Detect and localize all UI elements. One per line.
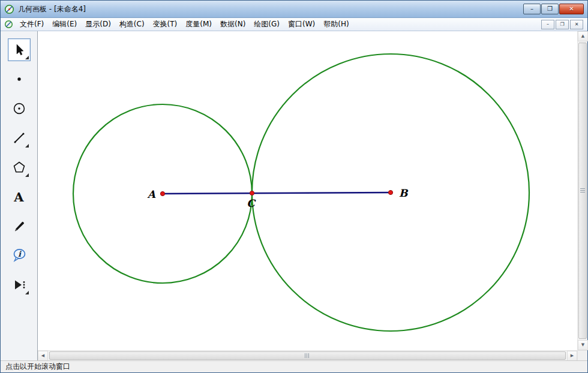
flyout-corner-icon [25, 291, 29, 294]
point-A[interactable] [160, 191, 164, 195]
child-restore-button[interactable]: ❐ [556, 20, 569, 29]
text-tool[interactable]: A [8, 185, 31, 208]
maximize-button[interactable]: ❐ [541, 4, 559, 14]
straightedge-tool[interactable] [8, 127, 31, 149]
scroll-right-button[interactable]: ▶ [567, 351, 577, 361]
scroll-grip-icon [305, 353, 310, 358]
menu-window[interactable]: 窗口(W) [284, 17, 319, 31]
custom-tool-icon [11, 278, 27, 292]
menu-edit[interactable]: 编辑(E) [48, 17, 81, 31]
marker-pen-icon [12, 219, 26, 233]
point-label-A[interactable]: A [147, 188, 156, 200]
geometry-svg: ABC [38, 31, 577, 350]
text-tool-icon: A [14, 191, 23, 203]
point-icon [12, 72, 26, 86]
point-tool[interactable] [8, 68, 31, 91]
child-close-button[interactable]: ✕ [570, 20, 583, 29]
minimize-button[interactable]: – [523, 4, 541, 14]
window-title: 几何画板 - [未命名4] [18, 4, 86, 14]
scroll-left-button[interactable]: ◀ [38, 351, 48, 361]
document-area: ABC ▲ ▼ ◀ ▶ [38, 31, 587, 360]
point-B[interactable] [388, 190, 392, 194]
segment-icon [12, 131, 26, 145]
circle-icon [12, 101, 26, 116]
point-C[interactable] [250, 191, 254, 195]
title-bar[interactable]: 几何画板 - [未命名4] – ❐ ✕ [1, 1, 587, 18]
polygon-tool[interactable] [8, 156, 31, 179]
menu-data[interactable]: 数据(N) [216, 17, 250, 31]
information-bubble-icon: i [11, 248, 27, 263]
selection-arrow-icon [12, 43, 26, 57]
child-window-icon[interactable] [4, 20, 13, 29]
horizontal-scroll-track[interactable] [48, 351, 567, 360]
vertical-scroll-thumb[interactable] [578, 43, 587, 339]
tool-palette: A i [1, 31, 38, 360]
scroll-grip-icon [580, 188, 585, 194]
menu-graph[interactable]: 绘图(G) [250, 17, 284, 31]
menu-bar: 文件(F) 编辑(E) 显示(D) 构造(C) 变换(T) 度量(M) 数据(N… [1, 18, 587, 31]
selection-arrow-tool[interactable] [8, 38, 31, 61]
flyout-corner-icon [25, 56, 29, 59]
vertical-scrollbar[interactable]: ▲ ▼ [577, 31, 587, 350]
menu-help[interactable]: 帮助(H) [319, 17, 353, 31]
horizontal-scrollbar[interactable]: ◀ ▶ [38, 350, 577, 360]
scroll-up-button[interactable]: ▲ [578, 31, 588, 41]
point-label-B[interactable]: B [399, 187, 409, 199]
scroll-down-button[interactable]: ▼ [578, 340, 588, 350]
segment-AB[interactable] [163, 192, 391, 194]
status-text: 点击以开始滚动窗口 [5, 362, 70, 372]
close-button[interactable]: ✕ [559, 4, 584, 14]
horizontal-scroll-thumb[interactable] [49, 351, 566, 360]
app-icon [4, 4, 14, 14]
menu-display[interactable]: 显示(D) [81, 17, 115, 31]
menu-file[interactable]: 文件(F) [16, 17, 48, 31]
status-bar: 点击以开始滚动窗口 [1, 360, 587, 372]
content-area: A i [1, 31, 587, 360]
app-window: 几何画板 - [未命名4] – ❐ ✕ 文件(F) 编辑(E) 显示(D) 构造… [0, 0, 588, 373]
menu-measure[interactable]: 度量(M) [181, 17, 216, 31]
child-window-controls: – ❐ ✕ [541, 20, 585, 29]
menu-construct[interactable]: 构造(C) [115, 17, 149, 31]
flyout-corner-icon [25, 173, 29, 177]
child-minimize-button[interactable]: – [541, 20, 554, 29]
vertical-scroll-track[interactable] [578, 41, 587, 340]
menu-transform[interactable]: 变换(T) [149, 17, 182, 31]
flyout-corner-icon [25, 144, 29, 148]
scrollbar-corner [577, 350, 587, 360]
compass-circle-tool[interactable] [8, 97, 31, 120]
point-label-C[interactable]: C [247, 197, 256, 209]
window-controls: – ❐ ✕ [523, 4, 584, 14]
marker-tool[interactable] [8, 215, 31, 237]
custom-tool[interactable] [8, 273, 31, 296]
sketch-canvas[interactable]: ABC [38, 31, 577, 350]
information-tool[interactable]: i [8, 244, 31, 267]
pentagon-icon [12, 160, 26, 175]
